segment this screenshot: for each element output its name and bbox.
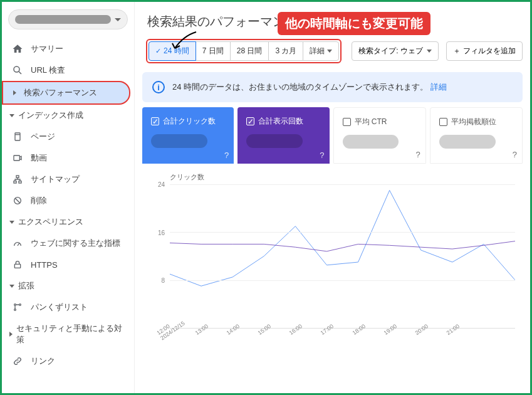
metric-label: 合計クリック数 xyxy=(163,116,216,127)
help-icon[interactable]: ? xyxy=(320,150,324,160)
property-name-redacted xyxy=(15,15,111,24)
time-28d-button[interactable]: 28 日間 xyxy=(230,41,269,61)
metric-position[interactable]: 平均掲載順位 ? xyxy=(430,107,523,164)
notice-text: 24 時間のデータは、お住まいの地域のタイムゾーンで表示されます。 詳細 xyxy=(172,82,447,93)
sidebar-item-url-inspect[interactable]: URL 検査 xyxy=(2,60,134,81)
sidebar-label: サマリー xyxy=(31,43,63,55)
time-detail-button[interactable]: 詳細 xyxy=(303,41,339,61)
svg-point-10 xyxy=(14,309,16,311)
checkbox-checked-icon: ✓ xyxy=(246,117,254,125)
time-label: 詳細 xyxy=(310,46,325,56)
metric-label: 平均掲載順位 xyxy=(451,117,496,127)
sidebar-item-pages[interactable]: ページ xyxy=(2,126,134,147)
caret-right-icon xyxy=(9,332,13,337)
sidebar-label: 削除 xyxy=(31,195,47,206)
svg-rect-2 xyxy=(14,155,19,161)
sidebar-item-links[interactable]: リンク xyxy=(2,350,134,372)
plus-icon: ＋ xyxy=(453,46,461,56)
checkbox-unchecked-icon xyxy=(439,118,447,126)
x-axis: 12:002024/12/1513:0014:0015:0016:0017:00… xyxy=(170,329,515,347)
sidebar-section-experience[interactable]: エクスペリエンス xyxy=(2,211,134,233)
help-icon[interactable]: ? xyxy=(513,150,517,159)
gauge-icon xyxy=(12,238,23,249)
caret-right-icon xyxy=(13,90,16,95)
svg-rect-1 xyxy=(15,133,20,140)
check-icon: ✓ xyxy=(155,47,161,55)
sidebar-item-search-performance[interactable]: 検索パフォーマンス xyxy=(2,81,130,105)
timezone-notice: i 24 時間のデータは、お住まいの地域のタイムゾーンで表示されます。 詳細 xyxy=(142,72,523,102)
chart-lines xyxy=(170,184,515,328)
sidebar-item-removals[interactable]: 削除 xyxy=(2,190,134,211)
sidebar-section-enhancements[interactable]: 拡張 xyxy=(2,275,134,297)
property-selector[interactable] xyxy=(8,9,128,29)
metric-label: 平均 CTR xyxy=(355,117,387,127)
sitemap-icon xyxy=(12,174,23,185)
notice-detail-link[interactable]: 詳細 xyxy=(430,82,447,92)
info-icon: i xyxy=(152,81,165,93)
checkbox-unchecked-icon xyxy=(343,118,351,126)
home-icon xyxy=(12,43,23,55)
sidebar-label: ウェブに関する主な指標 xyxy=(31,238,120,249)
sidebar-label: 拡張 xyxy=(18,280,34,292)
metrics-row: ✓ 合計クリック数 ? ✓ 合計表示回数 ? 平均 CTR xyxy=(142,107,523,164)
caret-down-icon xyxy=(9,285,14,288)
chevron-down-icon xyxy=(115,18,121,21)
search-type-label: 検索タイプ: ウェブ xyxy=(358,46,423,56)
video-icon xyxy=(12,152,23,164)
metric-impressions[interactable]: ✓ 合計表示回数 ? xyxy=(237,107,329,164)
search-icon xyxy=(12,65,23,76)
sidebar-label: セキュリティと手動による対策 xyxy=(16,323,127,345)
sidebar-item-https[interactable]: HTTPS xyxy=(2,254,134,275)
chart-container: クリック数 24168 12:002024/12/1513:0014:0015:… xyxy=(142,166,523,350)
breadcrumb-icon xyxy=(12,302,23,313)
caret-down-icon xyxy=(9,221,14,224)
main-content: 検索結果のパフォーマンス ✓ 24 時間 7 日間 28 日間 3 カ月 詳細 … xyxy=(135,2,530,393)
y-axis: 24168 xyxy=(145,184,167,329)
help-icon[interactable]: ? xyxy=(224,150,229,160)
metric-value-redacted xyxy=(246,134,303,148)
sidebar-label: インデックス作成 xyxy=(18,110,83,121)
svg-rect-7 xyxy=(14,264,20,268)
metric-clicks[interactable]: ✓ 合計クリック数 ? xyxy=(142,107,234,164)
add-filter-button[interactable]: ＋ フィルタを追加 xyxy=(446,41,523,61)
search-type-selector[interactable]: 検索タイプ: ウェブ xyxy=(352,41,439,61)
metric-value-redacted xyxy=(439,135,496,149)
sidebar-item-core-web-vitals[interactable]: ウェブに関する主な指標 xyxy=(2,233,134,254)
metric-value-redacted xyxy=(343,135,399,149)
svg-rect-3 xyxy=(16,176,19,177)
annotation-callout: 他の時間軸にも変更可能 xyxy=(278,12,430,35)
filter-bar: ✓ 24 時間 7 日間 28 日間 3 カ月 詳細 検索タイプ: ウェブ ＋ … xyxy=(146,39,523,63)
sidebar-section-security[interactable]: セキュリティと手動による対策 xyxy=(2,318,134,350)
sidebar-item-video[interactable]: 動画 xyxy=(2,147,134,169)
page-icon xyxy=(12,131,23,142)
chevron-down-icon xyxy=(327,50,332,53)
sidebar-item-breadcrumbs[interactable]: パンくずリスト xyxy=(2,297,134,318)
sidebar-label: ページ xyxy=(31,131,55,142)
sidebar: サマリー URL 検査 検索パフォーマンス インデックス作成 ページ xyxy=(2,2,135,393)
lock-icon xyxy=(12,259,23,270)
svg-rect-4 xyxy=(14,181,16,183)
svg-point-8 xyxy=(14,304,16,306)
metric-value-redacted xyxy=(151,134,207,148)
add-filter-label: フィルタを追加 xyxy=(463,46,516,56)
caret-down-icon xyxy=(9,114,14,117)
chart-plot-area xyxy=(170,184,515,329)
sidebar-item-summary[interactable]: サマリー xyxy=(2,38,134,60)
svg-point-0 xyxy=(14,66,19,72)
help-icon[interactable]: ? xyxy=(416,150,420,159)
removals-icon xyxy=(12,195,23,206)
link-icon xyxy=(12,356,23,367)
sidebar-item-sitemap[interactable]: サイトマップ xyxy=(2,169,134,190)
sidebar-label: 動画 xyxy=(31,152,47,164)
sidebar-label: HTTPS xyxy=(31,260,58,270)
checkbox-checked-icon: ✓ xyxy=(151,117,159,125)
sidebar-label: URL 検査 xyxy=(31,65,65,76)
sidebar-section-indexing[interactable]: インデックス作成 xyxy=(2,105,134,126)
metric-ctr[interactable]: 平均 CTR ? xyxy=(333,107,426,164)
sidebar-label: エクスペリエンス xyxy=(18,216,83,228)
sidebar-label: パンくずリスト xyxy=(31,302,88,313)
chart-title: クリック数 xyxy=(170,172,520,182)
sidebar-label: サイトマップ xyxy=(31,174,80,185)
time-3m-button[interactable]: 3 カ月 xyxy=(268,41,303,61)
chevron-down-icon xyxy=(427,50,432,53)
